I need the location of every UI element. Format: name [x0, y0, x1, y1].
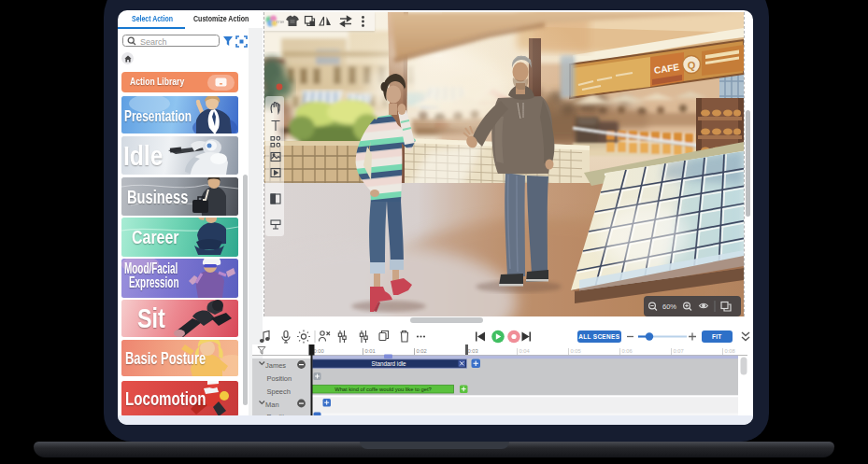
svg-text:me: me: [277, 19, 285, 24]
svg-text:James: James: [265, 361, 286, 370]
svg-text:0:06: 0:06: [622, 348, 633, 354]
svg-text:0:05: 0:05: [571, 348, 581, 354]
svg-text:0:01: 0:01: [365, 348, 376, 354]
svg-text:Standard idle: Standard idle: [371, 360, 406, 367]
svg-text:Man: Man: [265, 401, 279, 409]
svg-text:0:08: 0:08: [725, 348, 735, 354]
svg-text:60%: 60%: [662, 302, 676, 310]
svg-text:0:04: 0:04: [519, 348, 531, 354]
svg-text:0:02: 0:02: [417, 348, 427, 354]
svg-text:0:07: 0:07: [674, 348, 684, 354]
svg-text:What kind of coffe would you l: What kind of coffe would you like to get…: [334, 387, 432, 392]
svg-text:Position: Position: [267, 374, 292, 383]
svg-text:0:00: 0:00: [314, 348, 324, 354]
svg-text:Speech: Speech: [267, 387, 291, 396]
svg-text:0:03: 0:03: [468, 348, 478, 354]
